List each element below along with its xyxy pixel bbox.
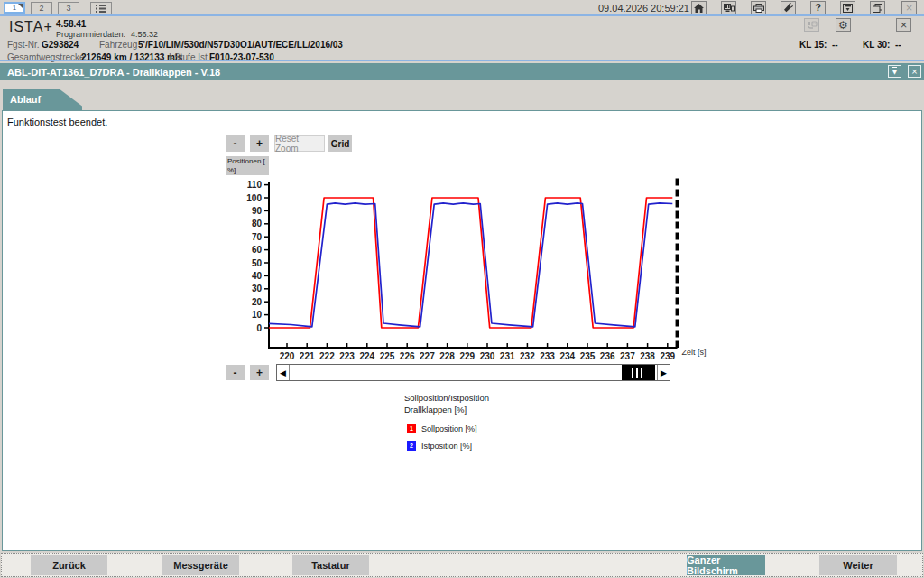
scrollbar-right-arrow[interactable]: ▶ xyxy=(657,365,670,380)
svg-text:236: 236 xyxy=(600,351,615,361)
vin-value: G293824 xyxy=(42,40,79,50)
svg-text:100: 100 xyxy=(246,193,262,203)
svg-text:235: 235 xyxy=(580,351,596,361)
back-button-label: Zurück xyxy=(52,560,86,571)
help-button[interactable]: ? xyxy=(810,1,826,14)
session-title: ABL-DIT-AT1361_D7DRA - Drallklappen - V.… xyxy=(7,67,220,78)
tab-ablauf[interactable]: Ablauf xyxy=(3,89,82,110)
app-header: ISTA+ 4.58.41 Programmierdaten: 4.56.32 … xyxy=(0,16,924,60)
content-area: Funktionstest beendet. - + Reset Zoom Gr… xyxy=(2,110,922,551)
tools-button[interactable] xyxy=(781,1,796,14)
svg-text:230: 230 xyxy=(480,351,495,361)
scroll-right-icon: ▶ xyxy=(661,368,667,378)
next-button[interactable]: Weiter xyxy=(819,555,897,575)
fullscreen-button-label: Ganzer Bildschirm xyxy=(687,555,765,576)
vin-label: Fgst-Nr. xyxy=(7,40,40,50)
svg-text:Zeit [s]: Zeit [s] xyxy=(682,348,707,357)
session-tab-1[interactable]: 1 xyxy=(4,2,25,14)
chart-scrollbar[interactable]: ◀ ▶ xyxy=(276,364,670,381)
legend-swatch-1: 1 xyxy=(407,424,416,434)
svg-text:90: 90 xyxy=(252,206,263,216)
svg-text:80: 80 xyxy=(252,219,263,228)
fullscreen-button[interactable]: Ganzer Bildschirm xyxy=(687,555,765,575)
chart-legend: Sollposition/Istposition Drallklappen [%… xyxy=(404,393,489,415)
legend-item-istposition: 2 Istposition [%] xyxy=(407,441,472,451)
keyboard-button-label: Tastatur xyxy=(311,560,350,571)
collapse-panel-button[interactable]: ▼ xyxy=(888,65,901,78)
scroll-zoom-in-button[interactable]: + xyxy=(250,365,269,380)
top-nav-bar: 1 2 3 09.04.2026 20:59:21 ? xyxy=(0,0,924,14)
app-title: ISTA+ xyxy=(9,19,53,35)
workshop-button[interactable] xyxy=(721,1,736,14)
session-tab-2-label: 2 xyxy=(39,4,43,13)
scroll-zoom-in-label: + xyxy=(256,367,263,379)
home-icon xyxy=(694,4,704,13)
restore-button[interactable] xyxy=(870,1,885,14)
svg-text:227: 227 xyxy=(420,351,435,361)
close-panel-button[interactable]: × xyxy=(908,65,921,78)
minimize-button[interactable] xyxy=(840,1,855,14)
scrollbar-thumb-grip xyxy=(632,368,645,378)
measuring-devices-button[interactable]: Messgeräte xyxy=(162,555,239,575)
session-list-button[interactable] xyxy=(90,2,112,14)
svg-text:238: 238 xyxy=(640,351,655,361)
wrench-icon xyxy=(783,3,794,13)
prog-data-label: Programmierdaten: xyxy=(56,30,125,39)
connection-icon xyxy=(807,20,818,30)
svg-text:228: 228 xyxy=(439,351,455,361)
connection-button[interactable] xyxy=(804,18,819,32)
svg-text:222: 222 xyxy=(319,351,335,361)
svg-text:229: 229 xyxy=(459,351,475,361)
svg-text:239: 239 xyxy=(660,351,675,361)
minimize-icon xyxy=(843,4,853,13)
list-icon xyxy=(96,5,106,13)
scroll-zoom-out-label: - xyxy=(234,367,237,379)
svg-text:0: 0 xyxy=(256,323,262,333)
legend-item-sollposition: 1 Sollposition [%] xyxy=(407,424,477,434)
kl15-label: KL 15: xyxy=(799,40,827,50)
restore-icon xyxy=(873,4,882,13)
svg-text:237: 237 xyxy=(620,351,635,361)
header-divider-bottom xyxy=(0,60,924,61)
settings-button[interactable]: ⚙ xyxy=(836,18,851,32)
back-button[interactable]: Zurück xyxy=(31,555,107,575)
scroll-zoom-out-button[interactable]: - xyxy=(226,365,245,380)
measuring-devices-label: Messgeräte xyxy=(173,560,228,571)
svg-text:40: 40 xyxy=(252,271,263,281)
close-app-button[interactable]: × xyxy=(901,1,917,14)
scrollbar-thumb[interactable] xyxy=(622,365,655,380)
svg-text:70: 70 xyxy=(252,232,263,242)
session-tab-1-label: 1 xyxy=(13,4,16,12)
svg-text:231: 231 xyxy=(500,351,515,361)
session-tab-3[interactable]: 3 xyxy=(58,2,79,14)
legend-title-line2: Drallklappen [%] xyxy=(404,405,489,415)
kl30-label: KL 30: xyxy=(863,40,890,50)
collapse-icon: ▼ xyxy=(892,67,897,76)
svg-text:10: 10 xyxy=(252,310,263,320)
svg-text:233: 233 xyxy=(540,351,555,361)
session-tab-2[interactable]: 2 xyxy=(31,2,52,14)
svg-text:223: 223 xyxy=(339,351,355,361)
chart-plot[interactable]: 0102030405060708090100110220221222223224… xyxy=(3,111,921,550)
svg-text:226: 226 xyxy=(400,351,415,361)
svg-text:110: 110 xyxy=(247,180,263,190)
datetime: 09.04.2026 20:59:21 xyxy=(598,3,689,14)
svg-text:20: 20 xyxy=(252,297,263,307)
session-tab-3-label: 3 xyxy=(66,4,70,13)
svg-text:30: 30 xyxy=(252,284,263,294)
tab-ablauf-label: Ablauf xyxy=(10,94,41,105)
scroll-left-icon: ◀ xyxy=(280,368,286,378)
print-button[interactable] xyxy=(751,1,766,14)
legend-title-line1: Sollposition/Istposition xyxy=(404,393,489,403)
home-button[interactable] xyxy=(691,1,707,14)
workshop-icon xyxy=(724,4,735,13)
session-title-bar: ABL-DIT-AT1361_D7DRA - Drallklappen - V.… xyxy=(0,63,924,80)
keyboard-button[interactable]: Tastatur xyxy=(292,555,369,575)
close-session-button[interactable]: × xyxy=(896,18,911,32)
next-button-label: Weiter xyxy=(843,560,873,571)
svg-text:224: 224 xyxy=(359,351,374,361)
scrollbar-left-arrow[interactable]: ◀ xyxy=(277,365,290,380)
footer-bar: Zurück Messgeräte Tastatur Ganzer Bildsc… xyxy=(1,553,923,577)
printer-icon xyxy=(753,4,764,13)
svg-text:232: 232 xyxy=(520,351,535,361)
